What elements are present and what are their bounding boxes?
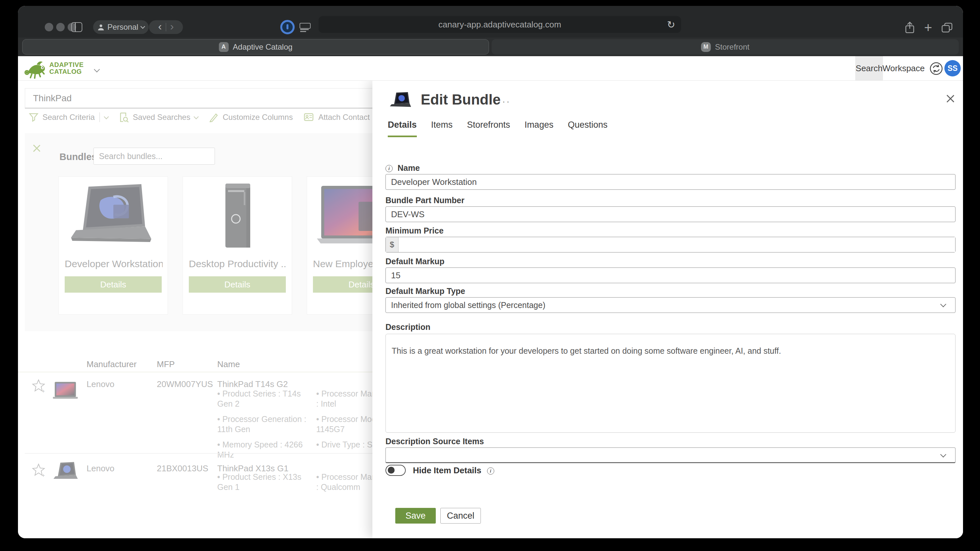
- back-button[interactable]: ‹: [158, 21, 162, 32]
- chevron-down-icon[interactable]: [103, 114, 109, 119]
- chevron-down-icon: [940, 301, 946, 307]
- tab-label: Storefront: [715, 43, 749, 52]
- tab-favicon: A: [219, 42, 229, 52]
- info-icon: i: [487, 467, 494, 475]
- description-source-label: Description Source Items: [385, 437, 484, 446]
- markup-type-value: Inherited from global settings (Percenta…: [391, 300, 545, 310]
- details-button[interactable]: Details: [189, 276, 286, 293]
- chevron-down-icon[interactable]: [94, 66, 100, 72]
- tab-questions[interactable]: Questions: [568, 120, 608, 137]
- column-header-name[interactable]: Name: [217, 359, 240, 369]
- details-button[interactable]: Details: [65, 276, 162, 293]
- titlebar-right-actions: +: [904, 22, 953, 34]
- nav-workspace[interactable]: Workspace: [884, 56, 923, 80]
- history-nav: ‹ ›: [149, 20, 183, 34]
- minimize-window-button[interactable]: [56, 23, 65, 31]
- description-source-select[interactable]: [385, 448, 956, 463]
- default-markup-label: Default Markup: [385, 257, 445, 266]
- nav-search[interactable]: Search: [855, 56, 883, 80]
- brand-logo[interactable]: ADAPTIVE CATALOG: [24, 57, 99, 79]
- info-icon: i: [385, 165, 393, 172]
- spec-list-left: • Product Series : X13s Gen 1: [217, 472, 315, 497]
- tab-images[interactable]: Images: [525, 120, 554, 137]
- favorite-star-icon[interactable]: +: [32, 463, 45, 478]
- markup-type-select[interactable]: Inherited from global settings (Percenta…: [385, 297, 956, 313]
- tab-adaptive-catalog[interactable]: A Adaptive Catalog: [22, 39, 489, 54]
- bundle-name: Developer Workstation: [65, 258, 163, 270]
- bundles-search-input[interactable]: [94, 148, 215, 165]
- name-label: i Name: [385, 163, 420, 173]
- minimum-price-field: $: [385, 237, 956, 252]
- share-icon[interactable]: [904, 22, 916, 34]
- profile-switcher[interactable]: Personal: [93, 20, 149, 34]
- cell-mfp: 20WM007YUS: [157, 379, 213, 389]
- reader-view-icon[interactable]: [299, 23, 311, 33]
- bundle-thumbnail: [390, 91, 412, 110]
- sync-icon[interactable]: [929, 62, 943, 75]
- person-icon: [97, 24, 105, 31]
- description-textarea[interactable]: This is a great workstation for your dev…: [385, 334, 956, 433]
- hide-item-details-label: Hide Item Details i: [413, 465, 494, 476]
- panel-tabs: Details Items Storefronts Images Questio…: [388, 120, 608, 137]
- reload-icon[interactable]: ↻: [667, 19, 675, 30]
- save-button[interactable]: Save: [395, 508, 436, 524]
- bundle-image: [183, 181, 292, 250]
- user-avatar[interactable]: SS: [944, 60, 961, 76]
- tab-strip: A Adaptive Catalog M Storefront: [18, 38, 963, 56]
- search-toolbar: Search Criteria Saved Searches Customize…: [29, 112, 370, 122]
- cell-manufacturer: Lenovo: [87, 464, 115, 473]
- panel-title: Edit Bundle: [421, 91, 500, 108]
- favorite-star-icon[interactable]: +: [32, 379, 45, 393]
- brand-text: ADAPTIVE CATALOG: [49, 61, 84, 75]
- edit-bundle-panel: Edit Bundle ··· Details Items Storefront…: [372, 81, 963, 538]
- tab-label: Adaptive Catalog: [233, 43, 293, 52]
- customize-columns-button[interactable]: Customize Columns: [209, 112, 293, 122]
- browser-window: Personal ‹ › canary-app.adaptivecatalog.…: [18, 6, 963, 538]
- hide-item-details-toggle[interactable]: [385, 465, 406, 476]
- browser-titlebar: Personal ‹ › canary-app.adaptivecatalog.…: [18, 6, 963, 38]
- close-bundles-icon[interactable]: [32, 144, 41, 153]
- new-tab-icon[interactable]: +: [924, 22, 932, 33]
- profile-label: Personal: [108, 22, 138, 32]
- main-content: Search Criteria Saved Searches Customize…: [18, 81, 963, 538]
- currency-prefix: $: [386, 237, 399, 252]
- tab-overview-icon[interactable]: [941, 22, 953, 33]
- description-label: Description: [385, 322, 431, 332]
- address-bar[interactable]: canary-app.adaptivecatalog.com ↻: [318, 16, 681, 33]
- cancel-button[interactable]: Cancel: [440, 508, 481, 524]
- chevron-down-icon: [940, 451, 946, 457]
- minimum-price-input[interactable]: [399, 237, 955, 252]
- cell-mfp: 21BX0013US: [157, 464, 208, 473]
- minimum-price-label: Minimum Price: [385, 226, 444, 235]
- cell-manufacturer: Lenovo: [87, 379, 115, 389]
- search-criteria-button[interactable]: Search Criteria: [29, 112, 108, 122]
- forward-button[interactable]: ›: [170, 21, 174, 32]
- more-options-button[interactable]: ···: [498, 96, 511, 107]
- svg-text:+: +: [42, 388, 45, 393]
- bundle-card-developer-workstation[interactable]: Developer Workstation Details: [59, 176, 168, 314]
- tab-details[interactable]: Details: [388, 120, 417, 137]
- app-header: ADAPTIVE CATALOG Search Workspace SS: [18, 56, 963, 81]
- bundle-name: Desktop Productivity ...: [189, 258, 287, 270]
- chameleon-icon: [24, 57, 48, 79]
- default-markup-input[interactable]: [385, 267, 956, 283]
- tab-storefronts[interactable]: Storefronts: [467, 120, 510, 137]
- contact-card-icon: [304, 112, 314, 122]
- tab-storefront[interactable]: M Storefront: [492, 39, 959, 54]
- column-header-mfp[interactable]: MFP: [157, 359, 175, 369]
- close-window-button[interactable]: [45, 23, 53, 31]
- close-icon[interactable]: [945, 93, 956, 104]
- bundle-card-desktop-productivity[interactable]: Desktop Productivity ... Details: [183, 176, 292, 314]
- saved-searches-button[interactable]: Saved Searches: [119, 112, 198, 122]
- attach-contact-button[interactable]: Attach Contact: [304, 112, 369, 122]
- svg-text:+: +: [42, 473, 45, 478]
- password-extension-icon[interactable]: [280, 20, 295, 34]
- sidebar-toggle-icon[interactable]: [71, 22, 82, 32]
- tab-items[interactable]: Items: [431, 120, 453, 137]
- spec-list-left: • Product Series : T14s Gen 2 • Processo…: [217, 389, 315, 465]
- markup-type-label: Default Markup Type: [385, 286, 465, 296]
- part-number-input[interactable]: [385, 206, 956, 222]
- column-header-manufacturer[interactable]: Manufacturer: [87, 359, 137, 369]
- chevron-down-icon[interactable]: [193, 114, 199, 119]
- name-input[interactable]: [385, 174, 956, 190]
